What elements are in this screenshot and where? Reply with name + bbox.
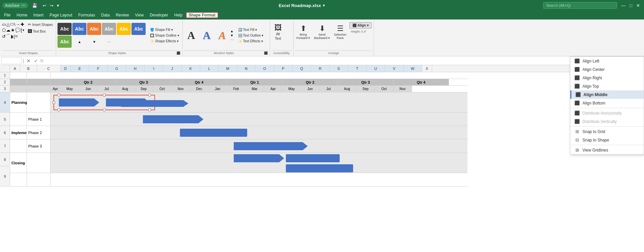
menu-data[interactable]: Data [99, 12, 112, 18]
col-header-U[interactable]: U [367, 65, 385, 72]
cell-2d[interactable] [50, 79, 61, 85]
row-header-6[interactable]: 6 [0, 126, 10, 139]
shape-block-arc-icon[interactable]: ◗ [11, 34, 13, 39]
shape-plus-icon[interactable]: ✚ [21, 22, 24, 27]
wordart-more[interactable]: ⋯ [230, 38, 234, 42]
shape-curve-icon[interactable]: ↺ [2, 34, 6, 39]
cell-8-gantt[interactable] [50, 153, 467, 173]
handle-tr[interactable] [148, 94, 151, 96]
cell-9b[interactable] [10, 173, 27, 186]
col-header-W[interactable]: W [404, 65, 422, 72]
cell-7-phase3[interactable]: Phase 3 [27, 139, 50, 153]
style-swatch-7[interactable]: Abc [58, 36, 72, 48]
handle-left[interactable] [52, 101, 55, 104]
text-outline-button[interactable]: 🔡 Text Outline ▾ [236, 33, 265, 38]
distribute-vert-item[interactable]: ⬛ Distribute Vertically [570, 117, 644, 126]
shape-custom-icon[interactable]: ⌗ [15, 34, 17, 39]
style-scroll-up[interactable]: ▲ [72, 36, 86, 48]
save-button[interactable]: 💾 [31, 2, 39, 9]
row-header-2[interactable]: 2 [0, 79, 10, 86]
col-header-H[interactable]: H [126, 65, 145, 72]
cell-1c[interactable] [27, 72, 50, 79]
shape-pentagon-icon[interactable]: ⬠ [2, 28, 6, 33]
send-backward-button[interactable]: ⬇ SendBackward ▾ [312, 22, 332, 43]
cell-5-gantt[interactable] [50, 113, 467, 126]
closing-bar-2-upper[interactable] [286, 154, 340, 162]
col-header-C[interactable]: C [37, 65, 61, 72]
col-header-M[interactable]: M [219, 65, 237, 72]
shape-brace-icon[interactable]: { [13, 34, 15, 39]
col-header-D[interactable]: D [61, 65, 71, 72]
cell-8-closing[interactable]: Closing [10, 153, 27, 173]
snap-shape-item[interactable]: ⊟ Snap to Shape [570, 136, 644, 144]
col-header-A[interactable]: A [10, 65, 20, 72]
menu-home[interactable]: Home [14, 12, 30, 18]
cell-4c[interactable] [27, 92, 50, 112]
menu-view[interactable]: View [132, 12, 147, 18]
shape-more-icon[interactable]: ▾ [23, 28, 24, 32]
shape-tri-icon[interactable]: △ [6, 22, 10, 27]
redo-button[interactable]: ↪ [48, 2, 55, 9]
text-box-button[interactable]: 🅰 Text Box [26, 28, 55, 34]
shape-cloud-icon[interactable]: ☁ [6, 28, 10, 33]
cell-9c[interactable] [27, 173, 50, 186]
menu-shape-format[interactable]: Shape Format [186, 12, 218, 18]
shape-fill-button[interactable]: 🪣 Shape Fill ▾ [148, 27, 181, 32]
menu-file[interactable]: File [1, 12, 13, 18]
menu-review[interactable]: Review [113, 12, 131, 18]
confirm-formula-button[interactable]: ✓ [33, 58, 39, 64]
handle-bottom-mid[interactable] [103, 109, 106, 111]
cell-4-gantt[interactable] [50, 92, 467, 112]
selection-pane-button[interactable]: ☰ SelectionPane [332, 22, 348, 43]
style-swatch-3[interactable]: Abc [87, 23, 101, 35]
col-header-E[interactable]: E [71, 65, 89, 72]
style-swatch-5[interactable]: Abc [117, 23, 131, 35]
align-center-item[interactable]: ⬛ Align Center [570, 65, 644, 74]
col-header-L[interactable]: L [200, 65, 219, 72]
handle-right[interactable] [153, 101, 156, 104]
cell-2c[interactable] [27, 79, 50, 85]
row-header-3[interactable]: 3 [0, 86, 10, 92]
wordart-black[interactable]: A [184, 27, 199, 43]
cell-8c[interactable] [27, 153, 50, 173]
col-header-O[interactable]: O [256, 65, 274, 72]
minimize-button[interactable]: — [620, 2, 627, 9]
align-left-item[interactable]: ⬛ Align Left [570, 57, 644, 65]
search-input[interactable] [543, 2, 617, 9]
autosave-toggle[interactable]: AutoSave ON [3, 3, 28, 8]
style-swatch-1[interactable]: Abc [58, 23, 72, 35]
col-header-X[interactable]: X [422, 65, 432, 72]
view-gridlines-item[interactable]: ⊞ View Gridlines [570, 146, 644, 154]
cell-4-label[interactable]: Planning [10, 92, 27, 112]
shape-bracket-icon[interactable]: [ [21, 28, 22, 33]
row-header-8[interactable]: 8 [0, 153, 10, 166]
closing-bar-3[interactable] [286, 164, 353, 172]
menu-help[interactable]: Help [172, 12, 185, 18]
snap-grid-item[interactable]: ⊞ Snap to Grid [570, 127, 644, 136]
row-header-5[interactable]: 5 [0, 113, 10, 126]
shape-freeform-icon[interactable]: ⌒ [6, 33, 10, 39]
bring-forward-button[interactable]: ⬆ BringForward ▾ [295, 22, 312, 43]
col-header-P[interactable]: P [274, 65, 293, 72]
cell-6-phase2[interactable]: Phase 2 [27, 126, 50, 139]
cell-7b[interactable] [10, 139, 27, 153]
menu-formulas[interactable]: Formulas [76, 12, 98, 18]
cell-1b[interactable] [10, 72, 27, 79]
menu-insert[interactable]: Insert [31, 12, 46, 18]
cell-5b[interactable] [10, 113, 27, 126]
cell-6-gantt[interactable] [50, 126, 467, 139]
cell-6-impl[interactable]: Implementation [10, 126, 27, 139]
handle-bl[interactable] [58, 109, 60, 111]
align-top-item[interactable]: ⬛ Align Top [570, 82, 644, 90]
text-effects-button[interactable]: ✨ Text Effects ▾ [236, 39, 265, 44]
cell-2b[interactable] [10, 79, 27, 85]
planning-bar-1[interactable] [59, 98, 99, 107]
row-header-1[interactable]: 1 [0, 72, 10, 79]
shape-callout-icon[interactable]: 💬 [15, 28, 21, 33]
phase1-bar[interactable] [143, 115, 203, 123]
handle-top-mid[interactable] [103, 94, 106, 96]
align-button[interactable]: ⬛ Align ▾ [349, 22, 372, 29]
edit-shape-button[interactable]: ✏ Insert Shapes [26, 22, 55, 28]
restore-button[interactable]: □ [628, 2, 634, 9]
phase3-bar[interactable] [234, 142, 308, 150]
